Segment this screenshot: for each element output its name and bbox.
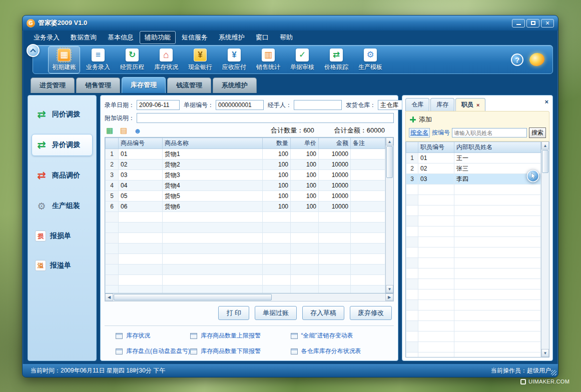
menu-item-basic-info[interactable]: 基本信息 xyxy=(103,31,139,44)
transfer-arrows-icon: ⇄ xyxy=(35,108,48,120)
maximize-icon xyxy=(531,21,535,25)
form-row-2: 附加说明： xyxy=(105,113,394,123)
menu-item-window[interactable]: 窗口 xyxy=(251,31,274,44)
menu-item-aux-functions[interactable]: 辅助功能 xyxy=(140,31,176,44)
col-remark: 备注 xyxy=(351,138,385,149)
sidebar-item-production-assembly[interactable]: ⚙ 生产组装 xyxy=(32,195,93,217)
help-button[interactable]: ? xyxy=(511,54,523,66)
tab-system-maintenance[interactable]: 系统维护 xyxy=(213,78,257,93)
add-button[interactable]: 添加 xyxy=(409,114,546,128)
report-icon xyxy=(291,333,298,339)
toolbar-item-price-tracking[interactable]: ⇄ 价格跟踪 xyxy=(320,46,352,74)
grid-sheet-icon[interactable]: ▦ xyxy=(105,126,115,135)
col-staff-code: 职员编号 xyxy=(418,142,454,153)
report-icon xyxy=(190,333,197,339)
vertical-scrollbar[interactable]: ▲ ▼ xyxy=(385,138,393,293)
toolbar-item-sales-stats[interactable]: ▥ 销售统计 xyxy=(252,46,284,74)
empty-row xyxy=(406,300,541,310)
filter-by-code[interactable]: 按编号 xyxy=(432,128,450,137)
save-draft-button[interactable]: 存入草稿 xyxy=(302,306,344,320)
tab-warehouse[interactable]: 仓库 xyxy=(405,98,429,111)
warehouse-icon: ⌂ xyxy=(160,48,173,62)
scroll-down-icon[interactable]: ▼ xyxy=(386,285,393,293)
search-button[interactable]: 搜索 xyxy=(529,128,546,138)
toolbar-collapse-button[interactable] xyxy=(27,44,40,57)
doc-no-label: 单据编号： xyxy=(184,101,214,110)
discard-changes-button[interactable]: 废弃修改 xyxy=(350,306,392,320)
calendar-icon[interactable]: ▤ xyxy=(119,126,129,135)
empty-row xyxy=(406,184,541,195)
sidebar-item-same-price-transfer[interactable]: ⇄ 同价调拨 xyxy=(32,104,93,126)
scroll-right-icon[interactable]: ▶ xyxy=(385,294,393,301)
table-row: 303货物310010010000 xyxy=(106,170,385,180)
toolbar-item-receivable-payable[interactable]: ¥ 应收应付 xyxy=(218,46,250,74)
staff-search-input[interactable] xyxy=(452,128,527,138)
toolbar-item-inventory-status[interactable]: ⌂ 库存状况 xyxy=(150,46,182,74)
link-warehouse-distribution[interactable]: 各仓库库存分布状况表 xyxy=(291,347,391,356)
tab-close-icon[interactable]: × xyxy=(476,102,479,108)
menu-item-system-maintenance[interactable]: 系统维护 xyxy=(214,31,250,44)
ledger-grid-icon: ▦ xyxy=(58,48,71,62)
empty-row xyxy=(106,275,385,286)
scroll-down-icon[interactable]: ▼ xyxy=(541,349,549,357)
lookup-toolbar: 添加 按全名 按编号 搜索 xyxy=(405,111,549,142)
maximize-button[interactable] xyxy=(526,19,539,28)
lookup-tabs: 仓库 库存 职员 × xyxy=(405,98,549,111)
scroll-thumb[interactable] xyxy=(386,146,393,178)
menu-item-sms-service[interactable]: 短信服务 xyxy=(177,31,213,44)
scroll-thumb[interactable] xyxy=(542,150,548,173)
staff-vertical-scrollbar[interactable]: ▲ ▼ xyxy=(541,142,549,357)
sidebar-item-price-adjust[interactable]: ⇄ 商品调价 xyxy=(32,164,93,186)
toolbar-item-initial-setup[interactable]: ▦ 初期建账 xyxy=(48,46,80,74)
print-button[interactable]: 打 印 xyxy=(218,306,249,320)
toolbar-item-business-entry[interactable]: ≡ 业务录入 xyxy=(82,46,114,74)
toolbar-item-production-template[interactable]: ⚙ 生产模板 xyxy=(354,46,386,74)
sidebar-item-diff-price-transfer[interactable]: ⇄ 异价调拨 xyxy=(32,134,93,156)
report-icon xyxy=(291,348,298,354)
tab-purchase-management[interactable]: 进货管理 xyxy=(31,78,75,93)
scroll-left-icon[interactable]: ◀ xyxy=(105,294,113,301)
hscroll-thumb[interactable] xyxy=(114,294,272,300)
items-table-header: 商品编号 商品名称 数量 单价 金额 备注 xyxy=(106,138,385,149)
post-voucher-button[interactable]: 单据过账 xyxy=(255,306,297,320)
tab-inventory-management[interactable]: 库存管理 xyxy=(122,77,166,93)
scroll-up-icon[interactable]: ▲ xyxy=(541,142,549,150)
link-upper-limit-alarm[interactable]: 库存商品数量上限报警 xyxy=(190,332,291,340)
menu-item-data-query[interactable]: 数据查询 xyxy=(66,31,102,44)
empty-row xyxy=(406,332,541,342)
minimize-button[interactable] xyxy=(512,19,525,28)
totals: 合计数量：600 合计金额：60000 xyxy=(271,126,385,135)
menu-item-help[interactable]: 帮助 xyxy=(275,31,298,44)
scroll-up-icon[interactable]: ▲ xyxy=(386,138,393,146)
link-stocktake[interactable]: 库存盘点(自动盘盈盘亏) xyxy=(116,347,190,356)
wrench-gear-icon: ⚙ xyxy=(35,200,48,212)
empty-row xyxy=(406,248,541,258)
toolbar-item-operation-history[interactable]: ↻ 经营历程 xyxy=(116,46,148,74)
menu-item-business-entry[interactable]: 业务录入 xyxy=(29,31,65,44)
filter-by-fullname[interactable]: 按全名 xyxy=(409,128,430,138)
panel-close-icon[interactable]: × xyxy=(544,98,548,106)
link-inventory-status[interactable]: 库存状况 xyxy=(116,332,190,340)
date-input[interactable] xyxy=(137,100,180,110)
module-tab-strip: 进货管理 销售管理 库存管理 钱流管理 系统维护 xyxy=(23,77,558,93)
toolbar-item-voucher-audit[interactable]: ✓ 单据审核 xyxy=(286,46,318,74)
tab-cashflow-management[interactable]: 钱流管理 xyxy=(167,78,211,93)
doc-no-input[interactable] xyxy=(216,100,264,110)
link-lower-limit-alarm[interactable]: 库存商品数量下限报警 xyxy=(190,347,291,356)
resize-grip[interactable] xyxy=(551,370,556,376)
tab-sales-management[interactable]: 销售管理 xyxy=(76,78,120,93)
person-icon[interactable]: ☻ xyxy=(133,126,143,135)
close-button[interactable]: × xyxy=(541,19,554,28)
col-product-code: 商品编号 xyxy=(119,138,163,149)
items-table-body: 101货物110010010000202货物210010010000303货物3… xyxy=(106,149,385,294)
tab-staff[interactable]: 职员 × xyxy=(455,98,485,111)
sidebar-item-loss-report[interactable]: 损 报损单 xyxy=(32,226,93,246)
handler-input[interactable] xyxy=(294,100,342,110)
link-allround-flow-report[interactable]: “全能”进销存变动表 xyxy=(291,332,391,340)
note-input[interactable] xyxy=(137,113,394,123)
table-row: 101王一 xyxy=(406,153,541,164)
horizontal-scrollbar[interactable]: ◀ ▶ xyxy=(105,294,394,302)
tab-inventory[interactable]: 库存 xyxy=(430,98,454,111)
sidebar-item-overflow-report[interactable]: 溢 报溢单 xyxy=(32,255,93,276)
toolbar-item-cash-bank[interactable]: ¥ 现金银行 xyxy=(184,46,216,74)
